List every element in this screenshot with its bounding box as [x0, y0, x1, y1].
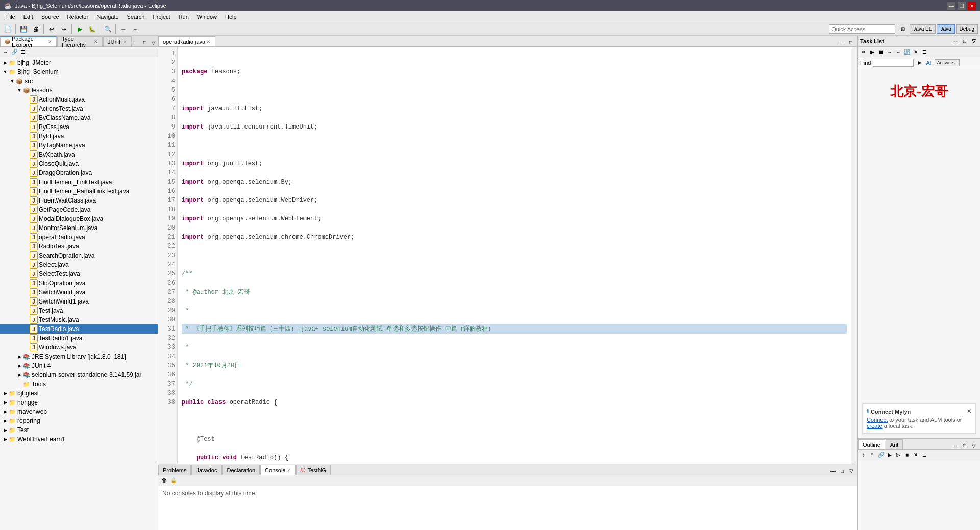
editor-minimize[interactable]: —: [838, 38, 846, 46]
tree-item-ModalDialogueBox[interactable]: JModalDialogueBox.java: [0, 214, 158, 223]
save-button[interactable]: 💾: [18, 23, 29, 35]
tab-package-explorer[interactable]: 📦 Package Explorer ✕: [0, 36, 57, 46]
tree-item-test_proj[interactable]: ▶📁Test: [0, 425, 158, 435]
tab-package-explorer-close[interactable]: ✕: [48, 39, 52, 44]
tree-item-Test[interactable]: JTest.java: [0, 306, 158, 315]
tab-testng[interactable]: ⬡ TestNG: [296, 465, 331, 475]
task-menu-btn[interactable]: ☰: [920, 48, 928, 56]
navigate-back[interactable]: ←: [118, 23, 129, 35]
tab-junit[interactable]: JUnit ✕: [103, 36, 132, 46]
bottom-panel-maximize[interactable]: □: [838, 467, 846, 475]
tab-declaration[interactable]: Declaration: [222, 465, 260, 475]
restore-button[interactable]: ❐: [958, 2, 966, 10]
tree-item-tools[interactable]: 📁Tools: [0, 380, 158, 389]
bottom-panel-menu[interactable]: ▽: [847, 467, 855, 475]
menu-file[interactable]: File: [2, 11, 19, 22]
tree-item-lessons[interactable]: ▼📦lessons: [0, 86, 158, 95]
menu-run[interactable]: Run: [175, 11, 193, 22]
task-delete-btn[interactable]: ✕: [912, 48, 920, 56]
undo-button[interactable]: ↩: [46, 23, 57, 35]
minimize-button[interactable]: —: [947, 2, 955, 10]
task-deactivate-btn[interactable]: ⏹: [877, 48, 885, 56]
outline-minimize[interactable]: —: [951, 441, 960, 449]
redo-button[interactable]: ↪: [58, 23, 69, 35]
tab-console[interactable]: Console ✕: [260, 465, 296, 475]
outline-menu[interactable]: ▽: [970, 441, 978, 449]
outline-maximize[interactable]: □: [961, 441, 969, 449]
tab-problems[interactable]: Problems: [158, 465, 191, 475]
find-activate-btn[interactable]: Activate...: [935, 59, 960, 66]
close-button[interactable]: ✕: [968, 2, 976, 10]
tree-item-ActionsTest[interactable]: JActionsTest.java: [0, 104, 158, 113]
print-button[interactable]: 🖨: [30, 23, 41, 35]
task-back-btn[interactable]: ←: [894, 48, 902, 56]
editor-maximize[interactable]: □: [847, 38, 855, 46]
tree-item-reportng[interactable]: ▶📁reportng: [0, 416, 158, 425]
find-input[interactable]: [873, 59, 914, 67]
tree-item-mavenweb[interactable]: ▶📁mavenweb: [0, 407, 158, 416]
outline-play[interactable]: ▷: [894, 451, 902, 459]
tree-item-hongge[interactable]: ▶📁hongge: [0, 398, 158, 407]
link-editor-btn[interactable]: 🔗: [10, 48, 18, 56]
tree-item-jre_system_library[interactable]: ▶📚JRE System Library [jdk1.8.0_181]: [0, 352, 158, 361]
tree-item-selenium_jar[interactable]: ▶📚selenium-server-standalone-3.141.59.ja…: [0, 370, 158, 380]
tree-item-bjhgtest[interactable]: ▶📁bjhgtest: [0, 389, 158, 398]
debug-button[interactable]: 🐛: [86, 23, 97, 35]
tree-item-FindElement_PartialLinkText[interactable]: JFindElement_PartialLinkText.java: [0, 187, 158, 196]
outline-delete[interactable]: ✕: [912, 451, 920, 459]
java-perspective[interactable]: Java: [937, 24, 954, 34]
open-perspective-button[interactable]: ⊞: [897, 23, 909, 35]
menu-navigate[interactable]: Navigate: [92, 11, 122, 22]
find-arrow[interactable]: ▶: [916, 59, 924, 67]
tree-item-webdriverlearn1[interactable]: ▶📁WebDriverLearn1: [0, 435, 158, 444]
tab-outline[interactable]: Outline: [858, 439, 885, 449]
tree-item-GetPageCode[interactable]: JGetPageCode.java: [0, 205, 158, 214]
console-scroll-lock[interactable]: 🔒: [169, 476, 178, 485]
create-link[interactable]: create: [867, 423, 883, 429]
tree-item-FluentWaitClass[interactable]: JFluentWaitClass.java: [0, 196, 158, 205]
tree-item-ByTagName[interactable]: JByTagName.java: [0, 141, 158, 150]
outline-run[interactable]: ▶: [886, 451, 894, 459]
tree-item-Windows[interactable]: JWindows.java: [0, 343, 158, 352]
tab-console-close[interactable]: ✕: [287, 468, 291, 473]
tree-item-ActionMusic[interactable]: JActionMusic.java: [0, 95, 158, 104]
menu-window[interactable]: Window: [193, 11, 221, 22]
tree-item-bjhg_selenium[interactable]: ▼📁Bjhg_Selenium: [0, 67, 158, 77]
java-ee-perspective[interactable]: Java EE: [910, 24, 936, 34]
tree-item-SelectTest[interactable]: JSelectTest.java: [0, 269, 158, 279]
code-content[interactable]: package lessons; import java.util.List; …: [178, 47, 851, 464]
menu-help[interactable]: Help: [221, 11, 241, 22]
tab-ant[interactable]: Ant: [886, 439, 903, 449]
outline-sort[interactable]: ↕: [860, 451, 868, 459]
task-list-minimize[interactable]: —: [951, 37, 960, 45]
tree-item-junit4[interactable]: ▶📚JUnit 4: [0, 361, 158, 370]
bottom-panel-minimize[interactable]: —: [829, 467, 837, 475]
task-sync-btn[interactable]: 🔄: [903, 48, 911, 56]
tree-item-RadioTest[interactable]: JRadioTest.java: [0, 242, 158, 251]
collapse-all-btn[interactable]: ↔: [2, 48, 10, 56]
tree-item-TestRadio1[interactable]: JTestRadio1.java: [0, 334, 158, 343]
new-button[interactable]: 📄: [2, 23, 13, 35]
console-clear[interactable]: 🗑: [160, 476, 168, 485]
tab-operat-radio[interactable]: operatRadio.java ✕: [158, 36, 215, 46]
tree-item-operatRadio[interactable]: JoperatRadio.java: [0, 233, 158, 242]
tree-item-DraggOpration[interactable]: JDraggOpration.java: [0, 168, 158, 178]
menu-source[interactable]: Source: [37, 11, 63, 22]
outline-extra[interactable]: ☰: [920, 451, 928, 459]
tree-item-SlipOpration[interactable]: JSlipOpration.java: [0, 279, 158, 288]
panel-maximize[interactable]: □: [141, 38, 149, 46]
tree-item-FindElement_LinkText[interactable]: JFindElement_LinkText.java: [0, 178, 158, 187]
menu-search[interactable]: Search: [123, 11, 149, 22]
run-button[interactable]: ▶: [74, 23, 85, 35]
tree-item-TestMusic[interactable]: JTestMusic.java: [0, 315, 158, 324]
tree-item-src[interactable]: ▼📦src: [0, 77, 158, 86]
connect-mylyn-close[interactable]: ✕: [967, 408, 971, 415]
debug-perspective[interactable]: Debug: [956, 24, 978, 34]
tree-item-bjhg_jmeter[interactable]: ▶📁bjhg_JMeter: [0, 58, 158, 67]
search-button[interactable]: 🔍: [102, 23, 113, 35]
tree-item-SwitchWinId[interactable]: JSwitchWinId.java: [0, 288, 158, 297]
tab-type-hierarchy-close[interactable]: ✕: [94, 39, 98, 44]
tree-item-ByClassName[interactable]: JByClassName.java: [0, 113, 158, 122]
tab-junit-close[interactable]: ✕: [123, 39, 127, 44]
tree-item-SwitchWinId1[interactable]: JSwitchWinId1.java: [0, 297, 158, 306]
